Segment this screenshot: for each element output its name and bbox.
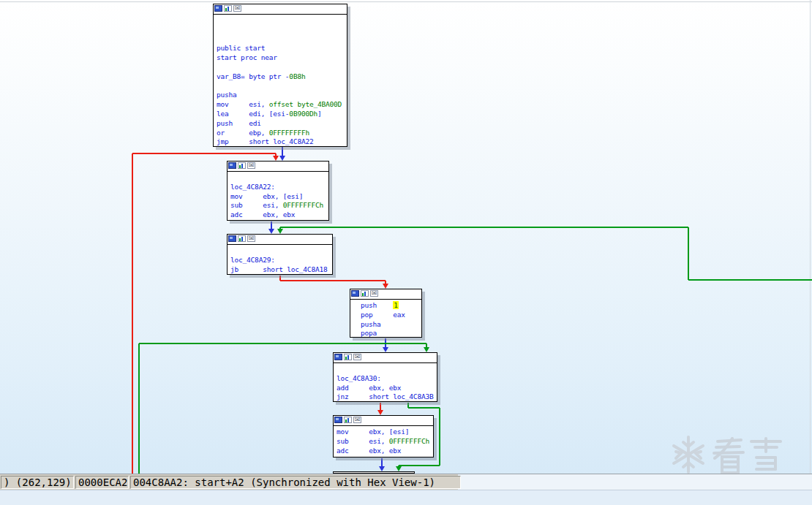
asm-token: mov esi,	[217, 100, 269, 108]
asm-line[interactable]: pusha	[217, 91, 347, 100]
asm-line[interactable]	[217, 16, 347, 26]
asm-line[interactable]: adc ebx, ebx	[230, 210, 328, 220]
node-envelope-icon[interactable]	[247, 235, 255, 242]
graph-edge-arrow	[277, 229, 283, 234]
graph-canvas[interactable]: public startstart proc nearvar_B8= byte …	[0, 0, 812, 474]
graph-node[interactable]: loc_4C8A22:mov ebx, [esi]sub esi, 0FFFFF…	[227, 161, 329, 221]
asm-token: mov ebx, [esi]	[230, 192, 303, 200]
node-title-bar[interactable]	[214, 4, 347, 15]
asm-token: pusha	[217, 91, 237, 99]
asm-token: public start	[217, 44, 265, 52]
asm-line[interactable]: push 1	[361, 301, 421, 311]
asm-token: 0FFFFFFFFh	[269, 129, 309, 137]
graph-edge-arrow	[268, 229, 274, 234]
graph-edge	[688, 279, 812, 281]
node-square-icon[interactable]	[351, 290, 359, 297]
asm-line[interactable]: jnz short loc_4C8A3B	[337, 392, 437, 402]
graph-node[interactable]: mov ebx, [esi]sub esi, 0FFFFFFFChadc ebx…	[333, 415, 434, 457]
asm-line[interactable]	[230, 173, 328, 183]
graph-edge-arrow	[273, 156, 279, 161]
asm-line[interactable]: push edi	[217, 119, 347, 129]
node-chart-icon[interactable]	[224, 5, 232, 12]
graph-node[interactable]: push 1pop eaxpushapopa	[350, 289, 422, 338]
asm-line[interactable]: var_B8= byte ptr -0B8h	[217, 72, 347, 82]
asm-line[interactable]: pop eax	[361, 311, 421, 320]
asm-line[interactable]: mov ebx, [esi]	[337, 428, 433, 437]
node-square-icon[interactable]	[214, 5, 222, 12]
bottom-strip	[0, 490, 812, 505]
asm-token: or ebp,	[217, 129, 269, 137]
asm-token: pusha	[361, 320, 381, 328]
asm-line[interactable]: public start	[217, 44, 347, 53]
node-chart-icon[interactable]	[238, 162, 246, 169]
node-square-icon[interactable]	[228, 162, 236, 169]
asm-token: ]	[317, 110, 322, 118]
graph-edge	[439, 408, 440, 466]
asm-line[interactable]: mov esi, offset byte_4BA00D	[217, 100, 347, 110]
node-chart-icon[interactable]	[361, 290, 369, 297]
node-square-icon[interactable]	[228, 235, 236, 242]
node-chart-icon[interactable]	[238, 235, 246, 242]
asm-token: mov ebx, [esi]	[337, 428, 409, 436]
asm-line[interactable]	[217, 35, 347, 45]
asm-token: adc ebx, ebx	[230, 210, 295, 219]
node-envelope-icon[interactable]	[353, 417, 361, 423]
node-envelope-icon[interactable]	[233, 5, 241, 12]
asm-line[interactable]: lea edi, [esi-0B900Dh]	[217, 110, 347, 119]
graph-edge-arrow	[396, 466, 402, 471]
asm-token: sub esi,	[337, 437, 389, 445]
node-title-bar[interactable]	[350, 289, 421, 300]
status-address-sync: 004C8AA2: start+A2 (Synchronized with He…	[130, 476, 461, 489]
asm-line[interactable]: or ebp, 0FFFFFFFFh	[217, 129, 347, 138]
asm-line[interactable]: sub esi, 0FFFFFFFCh	[337, 437, 433, 447]
graph-edge	[408, 407, 440, 409]
graph-edge	[399, 465, 440, 466]
asm-line[interactable]: loc_4C8A22:	[230, 183, 328, 192]
asm-token: pop eax	[361, 311, 405, 319]
asm-line[interactable]	[337, 365, 437, 374]
asm-line[interactable]: popa	[361, 329, 421, 338]
asm-line[interactable]	[217, 26, 347, 35]
graph-node[interactable]: loc_4C8A30:add ebx, ebxjnz short loc_4C8…	[333, 352, 437, 402]
status-file-offset: 0000ECA2	[75, 476, 129, 489]
graph-node[interactable]: loc_4C8A29:jb short loc_4C8A18	[227, 234, 333, 275]
node-envelope-icon[interactable]	[353, 354, 361, 360]
node-title-bar[interactable]	[228, 235, 332, 245]
status-bar: ) (262,129) 0000ECA2 004C8AA2: start+A2 …	[0, 474, 812, 490]
node-title-bar[interactable]	[334, 353, 437, 363]
node-code: loc_4C8A29:jb short loc_4C8A18	[228, 245, 332, 274]
node-code: mov ebx, [esi]sub esi, 0FFFFFFFChadc ebx…	[334, 426, 433, 455]
asm-line[interactable]: add ebx, ebx	[337, 384, 437, 393]
asm-line[interactable]	[217, 63, 347, 72]
asm-line[interactable]: start proc near	[217, 53, 347, 63]
node-title-bar[interactable]	[228, 162, 328, 172]
node-chart-icon[interactable]	[344, 417, 352, 423]
asm-token: push	[361, 301, 393, 309]
asm-line[interactable]: sub esi, 0FFFFFFFCh	[230, 201, 328, 210]
asm-token: offset byte_4BA00D	[269, 100, 342, 108]
asm-line[interactable]	[230, 246, 332, 256]
node-chart-icon[interactable]	[344, 354, 352, 360]
asm-line[interactable]	[217, 82, 347, 91]
asm-line[interactable]: pusha	[361, 320, 421, 330]
node-square-icon[interactable]	[334, 417, 342, 423]
asm-line[interactable]: adc ebx, ebx	[337, 447, 433, 456]
node-square-icon[interactable]	[334, 354, 342, 360]
asm-token: sub esi,	[230, 201, 283, 209]
node-code: push 1pop eaxpushapopa	[350, 300, 421, 338]
window-right-border	[810, 0, 811, 474]
asm-line[interactable]: jmp short loc_4C8A22	[217, 137, 347, 147]
asm-line[interactable]: loc_4C8A29:	[230, 256, 332, 265]
node-envelope-icon[interactable]	[247, 162, 255, 169]
node-title-bar[interactable]	[334, 416, 433, 426]
graph-edge	[138, 343, 140, 474]
node-envelope-icon[interactable]	[370, 290, 378, 297]
graph-node[interactable]: public startstart proc nearvar_B8= byte …	[213, 4, 347, 147]
asm-line[interactable]: loc_4C8A30:	[337, 374, 437, 384]
asm-token: jnz short loc_4C8A3B	[337, 392, 433, 400]
asm-line[interactable]: jb short loc_4C8A18	[230, 265, 332, 275]
graph-edge	[280, 280, 386, 281]
graph-edge	[132, 153, 133, 474]
window-top-border	[0, 1, 812, 2]
asm-line[interactable]: mov ebx, [esi]	[230, 192, 328, 202]
